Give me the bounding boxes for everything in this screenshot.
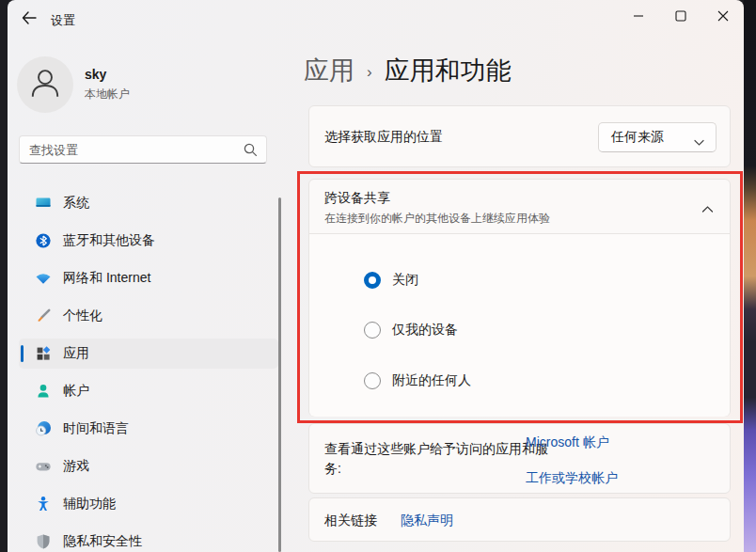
cross-device-card: 跨设备共享 在连接到你的帐户的其他设备上继续应用体验 关闭 仅我的设备 附近的任… — [308, 179, 731, 417]
sidebar-item-bluetooth-devices[interactable]: 蓝牙和其他设备 — [19, 222, 278, 260]
radio-option-anyone-nearby[interactable]: 附近的任何人 — [364, 368, 471, 394]
cross-device-subtitle: 在连接到你的帐户的其他设备上继续应用体验 — [324, 211, 550, 227]
avatar — [17, 56, 73, 113]
system-icon — [35, 195, 52, 212]
cross-device-options: 关闭 仅我的设备 附近的任何人 — [309, 234, 730, 417]
radio-icon — [364, 322, 381, 339]
close-icon — [717, 10, 729, 24]
privacy-shield-icon — [35, 533, 52, 550]
sidebar-item-label: 时间和语言 — [63, 420, 129, 437]
user-account-type: 本地帐户 — [85, 87, 130, 103]
related-links-label: 相关链接 — [324, 513, 377, 529]
breadcrumb: 应用 › 应用和功能 — [304, 53, 512, 88]
radio-icon — [364, 272, 381, 289]
work-school-account-link[interactable]: 工作或学校帐户 — [526, 470, 618, 487]
accessibility-icon — [35, 496, 52, 513]
radio-label: 关闭 — [392, 272, 418, 289]
sidebar-nav: 系统 蓝牙和其他设备 网络和 Internet 个性化 — [19, 184, 278, 552]
breadcrumb-parent[interactable]: 应用 — [304, 54, 354, 87]
sidebar-scrollbar[interactable] — [278, 197, 281, 552]
desktop-wallpaper-strip — [744, 0, 756, 552]
sidebar-item-privacy-security[interactable]: 隐私和安全性 — [19, 523, 278, 552]
radio-option-off[interactable]: 关闭 — [364, 267, 418, 293]
account-access-card: 查看通过这些账户给予访问的应用和服务: Microsoft 帐户 工作或学校帐户 — [308, 423, 731, 494]
sidebar-item-personalization[interactable]: 个性化 — [19, 297, 278, 335]
privacy-statement-link[interactable]: 隐私声明 — [401, 513, 453, 529]
search-icon — [243, 142, 258, 161]
sidebar-item-network-internet[interactable]: 网络和 Internet — [19, 260, 278, 297]
radio-label: 附近的任何人 — [392, 372, 471, 389]
network-icon — [35, 270, 52, 287]
sidebar-item-system[interactable]: 系统 — [19, 184, 278, 222]
app-source-card: 选择获取应用的位置 任何来源 — [308, 105, 731, 167]
app-source-dropdown-value: 任何来源 — [611, 129, 664, 146]
maximize-icon — [675, 10, 686, 24]
user-profile: sky 本地帐户 — [17, 56, 280, 113]
bluetooth-icon — [35, 232, 52, 249]
sidebar-item-label: 网络和 Internet — [63, 270, 150, 287]
radio-icon — [364, 372, 381, 389]
settings-window: 设置 sky 本地帐户 — [8, 0, 744, 552]
sidebar-item-label: 游戏 — [63, 458, 89, 475]
app-source-dropdown[interactable]: 任何来源 — [598, 122, 717, 152]
sidebar-item-time-language[interactable]: 时间和语言 — [19, 410, 278, 448]
sidebar-item-gaming[interactable]: 游戏 — [19, 448, 278, 485]
chevron-down-icon — [694, 134, 704, 150]
window-title: 设置 — [51, 12, 75, 29]
close-button[interactable] — [701, 0, 744, 34]
sidebar-item-accounts[interactable]: 帐户 — [19, 372, 278, 410]
cross-device-header[interactable]: 跨设备共享 在连接到你的帐户的其他设备上继续应用体验 — [309, 180, 730, 233]
user-name: sky — [85, 67, 106, 82]
radio-option-my-devices-only[interactable]: 仅我的设备 — [364, 317, 458, 343]
chevron-up-icon[interactable] — [701, 200, 714, 217]
sidebar-item-label: 帐户 — [63, 383, 89, 400]
sidebar-item-label: 个性化 — [63, 308, 102, 324]
minimize-icon — [633, 10, 644, 24]
microsoft-account-link[interactable]: Microsoft 帐户 — [526, 434, 609, 451]
sidebar-item-label: 系统 — [63, 195, 89, 212]
maximize-button[interactable] — [659, 0, 701, 34]
sidebar-item-accessibility[interactable]: 辅助功能 — [19, 485, 278, 523]
cross-device-title: 跨设备共享 — [324, 190, 390, 207]
minimize-button[interactable] — [617, 0, 659, 34]
sidebar-item-label: 应用 — [63, 345, 89, 362]
gaming-icon — [35, 458, 52, 475]
accounts-icon — [35, 383, 52, 400]
person-icon — [24, 62, 66, 107]
sidebar-item-label: 隐私和安全性 — [63, 533, 142, 550]
time-language-icon — [35, 420, 52, 437]
app-source-label: 选择获取应用的位置 — [324, 129, 443, 146]
sidebar-item-label: 辅助功能 — [63, 496, 116, 513]
breadcrumb-separator: › — [367, 60, 372, 82]
radio-label: 仅我的设备 — [392, 322, 458, 339]
page-title: 应用和功能 — [385, 54, 512, 87]
search-input[interactable] — [29, 136, 236, 163]
account-access-label: 查看通过这些账户给予访问的应用和服务: — [324, 439, 548, 479]
apps-icon — [35, 345, 52, 362]
back-button[interactable] — [13, 5, 45, 33]
related-links-card: 相关链接 隐私声明 — [308, 497, 731, 542]
sidebar-item-label: 蓝牙和其他设备 — [63, 232, 155, 249]
titlebar: 设置 — [8, 0, 744, 38]
window-controls — [617, 0, 744, 34]
search-box — [19, 135, 267, 164]
back-arrow-icon — [22, 11, 37, 27]
personalization-icon — [35, 308, 52, 324]
sidebar-item-apps[interactable]: 应用 — [19, 335, 278, 372]
